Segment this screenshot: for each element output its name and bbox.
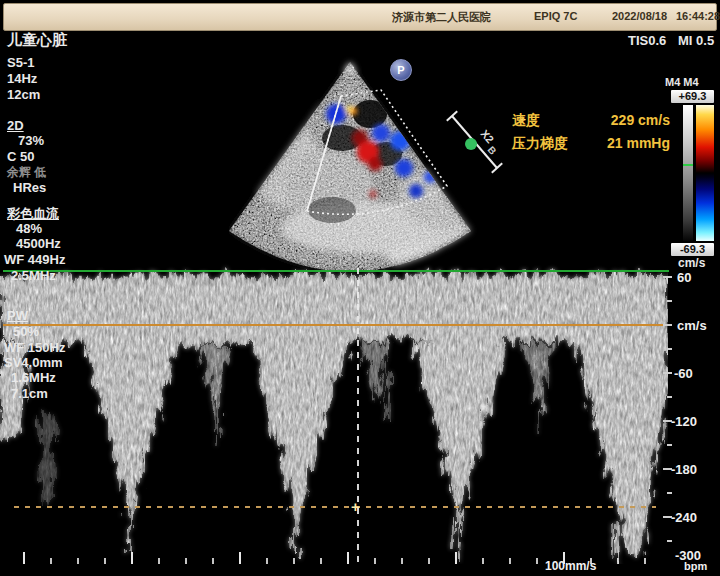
hospital-name: 济源市第二人民医院 <box>392 10 491 25</box>
pw-gain: 50% <box>13 324 39 339</box>
2d-resolution: HRes <box>13 180 46 195</box>
2d-gain: 73% <box>18 133 44 148</box>
frame-rate: 14Hz <box>7 71 37 86</box>
color-scale-unit: cm/s <box>678 256 705 270</box>
measurement-row-velocity: 速度 229 cm/s <box>512 112 670 130</box>
color-scale-max: +69.3 <box>671 90 714 103</box>
2d-compress: C 50 <box>7 149 34 164</box>
measurement-value: 21 mmHg <box>607 135 670 153</box>
machine-model: EPIQ 7C <box>534 10 577 22</box>
axis-tick-minus120: -120 <box>671 414 697 429</box>
caliper-vertical-line[interactable] <box>357 268 359 562</box>
color-gain: 48% <box>16 221 42 236</box>
heart-rate-unit: bpm <box>684 560 707 572</box>
mi-index: MI 0.5 <box>678 33 714 48</box>
axis-tick-minus60: -60 <box>674 366 693 381</box>
axis-tick-60: 60 <box>677 270 691 285</box>
grayscale-marker <box>683 164 693 166</box>
sweep-speed-label: 100mm/s <box>545 559 596 573</box>
sample-volume-gate <box>465 138 477 150</box>
axis-tick-minus180: -180 <box>671 462 697 477</box>
exam-date: 2022/08/18 <box>612 10 667 22</box>
spectral-doppler-trace <box>0 262 668 564</box>
pw-wall-filter: WF 150Hz <box>4 340 65 355</box>
pw-frequency: 1.6MHz <box>11 370 56 385</box>
gate-badge: B <box>485 144 498 157</box>
exam-time: 16:44:28 <box>676 10 720 22</box>
exam-preset-title: 儿童心脏 <box>7 31 67 50</box>
measurement-value: 229 cm/s <box>611 112 670 130</box>
image-depth: 12cm <box>7 87 40 102</box>
2d-persistence: 余辉 低 <box>7 164 46 181</box>
color-scale-min: -69.3 <box>671 243 714 256</box>
colormap-label: M4 M4 <box>665 76 699 88</box>
probe-name: S5-1 <box>7 55 34 70</box>
zoom-badge: X2 <box>478 127 496 145</box>
color-prf: 4500Hz <box>16 236 61 251</box>
caliper-horizontal-line[interactable] <box>14 506 656 508</box>
measurement-label: 压力梯度 <box>512 135 568 153</box>
velocity-limit-line <box>3 270 669 272</box>
pw-depth: 7.1cm <box>11 386 48 401</box>
caliper-cross-marker[interactable]: + <box>351 498 360 515</box>
pw-sample-volume: SV4.0mm <box>4 355 63 370</box>
color-doppler-scale-bar <box>696 105 714 241</box>
grayscale-bar <box>683 105 693 241</box>
measurement-row-gradient: 压力梯度 21 mmHg <box>512 135 670 153</box>
mode-2d-label: 2D <box>7 118 24 133</box>
p-orientation-badge: P <box>390 59 412 81</box>
header-bar: 济源市第二人民医院 EPIQ 7C 2022/08/18 16:44:28 <box>3 3 717 31</box>
color-wall-filter: WF 449Hz <box>4 252 65 267</box>
doppler-baseline[interactable] <box>3 324 669 326</box>
pw-gate-cursor: X2 B <box>440 100 518 188</box>
pw-label: PW <box>7 308 28 323</box>
measurement-label: 速度 <box>512 112 540 130</box>
measurement-results: 速度 229 cm/s 压力梯度 21 mmHg <box>512 112 670 158</box>
ultrasound-screen: 济源市第二人民医院 EPIQ 7C 2022/08/18 16:44:28 儿童… <box>0 0 720 576</box>
color-frequency: 2.5MHz <box>11 268 56 283</box>
axis-tick-minus240: -240 <box>671 510 697 525</box>
axis-unit-baseline: cm/s <box>677 318 707 333</box>
tis-index: TIS0.6 <box>628 33 666 48</box>
